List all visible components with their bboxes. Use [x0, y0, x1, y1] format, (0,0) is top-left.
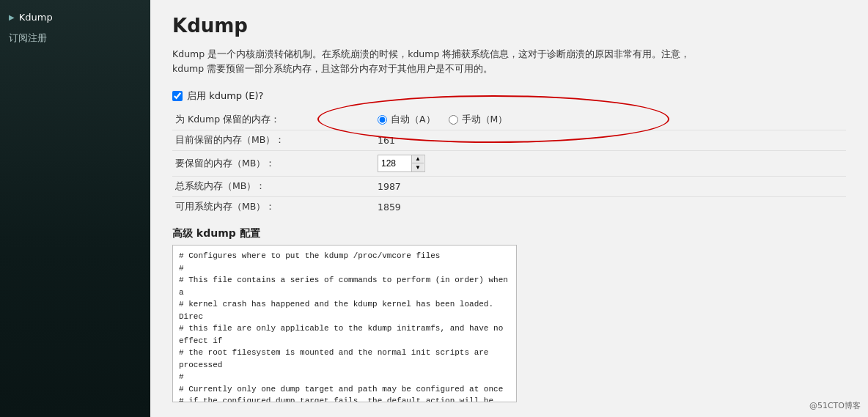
config-textarea[interactable]: [172, 245, 517, 402]
current-memory-label: 目前保留的内存（MB）：: [172, 134, 378, 147]
spinbox-down-button[interactable]: ▼: [412, 163, 424, 171]
enable-kdump-checkbox[interactable]: [172, 91, 183, 101]
total-memory-row: 总系统内存（MB）： 1987: [172, 177, 846, 197]
credit-text: @51CTO博客: [809, 400, 861, 411]
enable-row: 启用 kdump (E)?: [172, 89, 846, 103]
enable-checkbox-label[interactable]: 启用 kdump (E)?: [172, 89, 263, 103]
current-memory-row: 目前保留的内存（MB）： 161: [172, 130, 846, 151]
available-memory-value: 1859: [378, 202, 401, 213]
current-memory-value: 161: [378, 135, 395, 146]
to-reserve-label: 要保留的内存（MB）：: [172, 158, 378, 170]
to-reserve-row: 要保留的内存（MB）： 128 ▲ ▼: [172, 151, 846, 177]
sidebar-item-subscription[interactable]: 订阅注册: [0, 27, 150, 49]
description-text: Kdump 是一个内核崩溃转储机制。在系统崩溃的时候，kdump 将捕获系统信息…: [172, 47, 700, 76]
available-memory-row: 可用系统内存（MB）： 1859: [172, 197, 846, 217]
sidebar-item-kdump[interactable]: ▶ Kdump: [0, 7, 150, 27]
main-content: Kdump Kdump 是一个内核崩溃转储机制。在系统崩溃的时候，kdump 将…: [150, 0, 868, 417]
sidebar-subitem-label: 订阅注册: [9, 32, 47, 45]
enable-label-text: 启用 kdump (E)?: [187, 89, 263, 103]
spinbox-buttons: ▲ ▼: [411, 155, 424, 171]
radio-manual-text: 手动（M）: [462, 114, 508, 126]
form-section: 启用 kdump (E)? 为 Kdump 保留的内存： 自动（A） 手动（M）…: [172, 89, 846, 217]
radio-auto[interactable]: [378, 115, 387, 125]
radio-manual-label[interactable]: 手动（M）: [449, 114, 508, 126]
total-memory-label: 总系统内存（MB）：: [172, 180, 378, 193]
available-memory-label: 可用系统内存（MB）：: [172, 201, 378, 213]
to-reserve-input[interactable]: 128: [378, 157, 411, 170]
spinbox-up-button[interactable]: ▲: [412, 155, 424, 163]
radio-auto-label[interactable]: 自动（A）: [378, 114, 435, 126]
sidebar-item-label: Kdump: [19, 12, 53, 23]
sidebar: ▶ Kdump 订阅注册: [0, 0, 150, 417]
total-memory-value: 1987: [378, 181, 401, 192]
advanced-title: 高级 kdump 配置: [172, 227, 846, 240]
to-reserve-spinbox[interactable]: 128 ▲ ▼: [378, 155, 425, 172]
arrow-icon: ▶: [9, 13, 15, 21]
memory-reserve-row: 为 Kdump 保留的内存： 自动（A） 手动（M）: [172, 110, 846, 130]
memory-reserve-label: 为 Kdump 保留的内存：: [172, 114, 378, 126]
page-title: Kdump: [172, 15, 846, 37]
radio-group: 自动（A） 手动（M）: [378, 114, 507, 126]
radio-auto-text: 自动（A）: [391, 114, 435, 126]
radio-manual[interactable]: [449, 115, 458, 125]
